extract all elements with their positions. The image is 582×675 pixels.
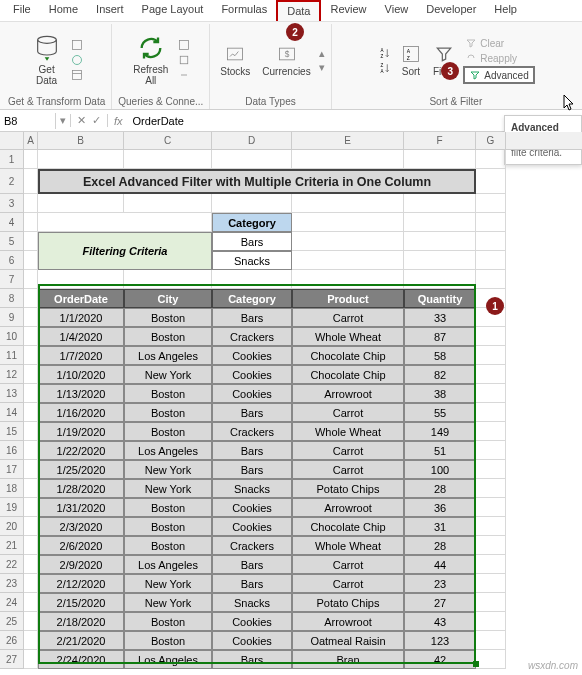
row-header[interactable]: 27: [0, 650, 24, 669]
cell[interactable]: [476, 517, 506, 536]
table-cell[interactable]: Bran: [292, 650, 404, 669]
table-cell[interactable]: 2/24/2020: [38, 650, 124, 669]
row-header[interactable]: 21: [0, 536, 24, 555]
cell[interactable]: [476, 536, 506, 555]
table-cell[interactable]: 2/15/2020: [38, 593, 124, 612]
cell[interactable]: [476, 631, 506, 650]
table-cell[interactable]: Cookies: [212, 384, 292, 403]
cell[interactable]: [24, 270, 38, 289]
row-header[interactable]: 19: [0, 498, 24, 517]
table-cell[interactable]: Boston: [124, 384, 212, 403]
table-cell[interactable]: 58: [404, 346, 476, 365]
cell[interactable]: [38, 194, 124, 213]
table-header[interactable]: Category: [212, 289, 292, 308]
table-cell[interactable]: Carrot: [292, 574, 404, 593]
cell[interactable]: [476, 498, 506, 517]
cell[interactable]: [476, 422, 506, 441]
table-cell[interactable]: Chocolate Chip: [292, 346, 404, 365]
table-cell[interactable]: Cookies: [212, 365, 292, 384]
table-cell[interactable]: 87: [404, 327, 476, 346]
sort-desc-button[interactable]: ZA: [377, 61, 393, 75]
table-cell[interactable]: Boston: [124, 498, 212, 517]
cell[interactable]: [24, 441, 38, 460]
selection-handle[interactable]: [473, 661, 479, 667]
cell[interactable]: [476, 150, 506, 169]
cell[interactable]: [292, 232, 404, 251]
cell[interactable]: [38, 213, 212, 232]
table-cell[interactable]: Potato Chips: [292, 479, 404, 498]
table-cell[interactable]: Arrowroot: [292, 384, 404, 403]
table-cell[interactable]: Boston: [124, 308, 212, 327]
row-header[interactable]: 17: [0, 460, 24, 479]
cell[interactable]: [476, 593, 506, 612]
table-cell[interactable]: 51: [404, 441, 476, 460]
menu-tab-insert[interactable]: Insert: [87, 0, 133, 21]
cell[interactable]: [404, 150, 476, 169]
row-header[interactable]: 4: [0, 213, 24, 232]
reapply-filter-button[interactable]: Reapply: [463, 51, 534, 65]
table-header[interactable]: Product: [292, 289, 404, 308]
table-cell[interactable]: Bars: [212, 403, 292, 422]
table-cell[interactable]: Whole Wheat: [292, 536, 404, 555]
cell[interactable]: [476, 441, 506, 460]
table-cell[interactable]: Boston: [124, 536, 212, 555]
table-cell[interactable]: 31: [404, 517, 476, 536]
table-cell[interactable]: Cookies: [212, 612, 292, 631]
menu-tab-formulas[interactable]: Formulas: [212, 0, 276, 21]
table-cell[interactable]: Potato Chips: [292, 593, 404, 612]
cell[interactable]: [476, 346, 506, 365]
cell[interactable]: [212, 194, 292, 213]
table-header[interactable]: Quantity: [404, 289, 476, 308]
table-cell[interactable]: 149: [404, 422, 476, 441]
cell[interactable]: [292, 270, 404, 289]
table-cell[interactable]: 42: [404, 650, 476, 669]
table-cell[interactable]: Snacks: [212, 479, 292, 498]
table-cell[interactable]: Boston: [124, 631, 212, 650]
cell[interactable]: [124, 150, 212, 169]
cell[interactable]: [38, 150, 124, 169]
cell[interactable]: [24, 612, 38, 631]
cell[interactable]: [24, 650, 38, 669]
table-cell[interactable]: 1/10/2020: [38, 365, 124, 384]
table-cell[interactable]: Crackers: [212, 327, 292, 346]
cell[interactable]: [24, 346, 38, 365]
row-header[interactable]: 6: [0, 251, 24, 270]
cell[interactable]: [476, 213, 506, 232]
name-box[interactable]: B8: [0, 113, 56, 129]
table-cell[interactable]: Crackers: [212, 536, 292, 555]
cell[interactable]: [404, 270, 476, 289]
cell[interactable]: [476, 194, 506, 213]
table-cell[interactable]: 82: [404, 365, 476, 384]
cell[interactable]: [24, 365, 38, 384]
table-cell[interactable]: Boston: [124, 422, 212, 441]
table-cell[interactable]: 28: [404, 479, 476, 498]
table-cell[interactable]: 1/1/2020: [38, 308, 124, 327]
currencies-button[interactable]: $ Currencies: [258, 42, 314, 79]
row-header[interactable]: 11: [0, 346, 24, 365]
cell[interactable]: [476, 479, 506, 498]
row-header[interactable]: 3: [0, 194, 24, 213]
table-cell[interactable]: Los Angeles: [124, 555, 212, 574]
col-header-B[interactable]: B: [38, 132, 124, 149]
cell[interactable]: [292, 251, 404, 270]
table-cell[interactable]: Carrot: [292, 403, 404, 422]
cell[interactable]: [24, 555, 38, 574]
table-cell[interactable]: Bars: [212, 574, 292, 593]
table-cell[interactable]: Bars: [212, 650, 292, 669]
cell[interactable]: [24, 384, 38, 403]
table-cell[interactable]: Los Angeles: [124, 650, 212, 669]
cell[interactable]: [24, 327, 38, 346]
cell[interactable]: [404, 232, 476, 251]
row-header[interactable]: 12: [0, 365, 24, 384]
cell[interactable]: [24, 194, 38, 213]
table-cell[interactable]: New York: [124, 460, 212, 479]
table-cell[interactable]: Bars: [212, 308, 292, 327]
cell[interactable]: [292, 150, 404, 169]
table-cell[interactable]: Cookies: [212, 517, 292, 536]
table-cell[interactable]: 1/22/2020: [38, 441, 124, 460]
cell[interactable]: [24, 479, 38, 498]
criteria-label[interactable]: Filtering Criteria: [38, 232, 212, 270]
col-header-F[interactable]: F: [404, 132, 476, 149]
table-header[interactable]: OrderDate: [38, 289, 124, 308]
table-cell[interactable]: New York: [124, 479, 212, 498]
